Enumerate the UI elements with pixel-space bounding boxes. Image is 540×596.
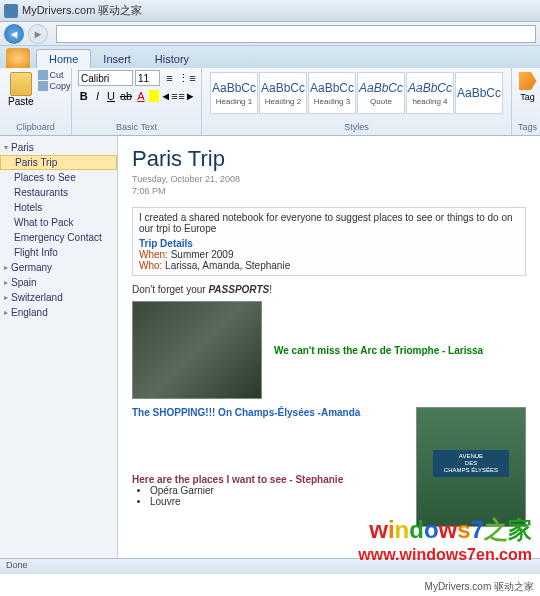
- cut-button[interactable]: Cut: [38, 70, 71, 80]
- style-gallery: AaBbCcHeading 1 AaBbCcHeading 2 AaBbCcHe…: [208, 70, 505, 116]
- strike-button[interactable]: ab: [119, 88, 133, 104]
- numbering-button[interactable]: ⋮≡: [179, 70, 195, 86]
- style-heading2[interactable]: AaBbCcHeading 2: [259, 72, 307, 114]
- tree-flight[interactable]: Flight Info: [0, 245, 117, 260]
- copy-button[interactable]: Copy: [38, 81, 71, 91]
- tab-home[interactable]: Home: [36, 49, 91, 68]
- ribbon-tabs: Home Insert History: [0, 46, 540, 68]
- tree-paris[interactable]: Paris: [0, 140, 117, 155]
- page-content[interactable]: Paris Trip Tuesday, October 21, 2008 7:0…: [118, 136, 540, 570]
- font-family-select[interactable]: Calibri: [78, 70, 133, 86]
- forward-button[interactable]: ►: [28, 24, 48, 44]
- indent-button[interactable]: ≡►: [179, 88, 195, 104]
- intro-text: I created a shared notebook for everyone…: [139, 212, 519, 234]
- underline-button[interactable]: U: [105, 88, 117, 104]
- when-row: When: Summer 2009: [139, 249, 519, 260]
- street-sign: AVENUEDESCHAMPS ÉLYSÉES: [433, 450, 509, 478]
- style-more[interactable]: AaBbCc: [455, 72, 503, 114]
- outdent-button[interactable]: ◄≡: [161, 88, 177, 104]
- tree-emergency[interactable]: Emergency Contact: [0, 230, 117, 245]
- ribbon: Paste Cut Copy Clipboard Calibri 11 ≡ ⋮≡…: [0, 68, 540, 136]
- font-color-button[interactable]: A: [135, 88, 147, 104]
- style-quote[interactable]: AaBbCcQuote: [357, 72, 405, 114]
- tree-hotels[interactable]: Hotels: [0, 200, 117, 215]
- paste-icon: [10, 72, 32, 96]
- back-button[interactable]: ◄: [4, 24, 24, 44]
- paste-button[interactable]: Paste: [6, 70, 36, 109]
- clipboard-group: Paste Cut Copy Clipboard: [0, 68, 72, 135]
- caption-arc: We can't miss the Arc de Triomphe - Lari…: [274, 345, 483, 356]
- font-group: Calibri 11 ≡ ⋮≡ B I U ab A ◄≡ ≡► Basic T…: [72, 68, 202, 135]
- app-icon: [4, 4, 18, 18]
- office-orb[interactable]: [6, 48, 30, 68]
- italic-button[interactable]: I: [92, 88, 104, 104]
- font-label: Basic Text: [78, 122, 195, 133]
- tag-icon[interactable]: [519, 72, 537, 90]
- styles-group: AaBbCcHeading 1 AaBbCcHeading 2 AaBbCcHe…: [202, 68, 512, 135]
- style-heading4[interactable]: AaBbCcheading 4: [406, 72, 454, 114]
- styles-label: Styles: [208, 122, 505, 133]
- clipboard-label: Clipboard: [6, 122, 65, 133]
- tree-places[interactable]: Places to See: [0, 170, 117, 185]
- copy-icon: [38, 81, 48, 91]
- tag-group: Tag Tags: [512, 68, 540, 135]
- bullets-button[interactable]: ≡: [162, 70, 177, 86]
- style-heading1[interactable]: AaBbCcHeading 1: [210, 72, 258, 114]
- highlight-button[interactable]: [149, 90, 159, 102]
- bold-button[interactable]: B: [78, 88, 90, 104]
- tree-england[interactable]: England: [0, 305, 117, 320]
- scissors-icon: [38, 70, 48, 80]
- tree-spain[interactable]: Spain: [0, 275, 117, 290]
- tree-restaurants[interactable]: Restaurants: [0, 185, 117, 200]
- page-meta: Tuesday, October 21, 2008 7:06 PM: [132, 174, 526, 197]
- status-bar: Done: [0, 558, 540, 574]
- footer-credit: MyDrivers.com 驱动之家: [425, 580, 534, 594]
- address-bar[interactable]: [56, 25, 536, 43]
- tree-paris-trip[interactable]: Paris Trip: [0, 155, 117, 170]
- browser-toolbar: ◄ ►: [0, 22, 540, 46]
- title-text: MyDrivers.com 驱动之家: [22, 3, 142, 18]
- tree-germany[interactable]: Germany: [0, 260, 117, 275]
- tab-history[interactable]: History: [143, 50, 201, 68]
- who-row: Who: Larissa, Amanda, Stephanie: [139, 260, 519, 271]
- page-title: Paris Trip: [132, 146, 526, 172]
- notebook-tree: Paris Paris Trip Places to See Restauran…: [0, 136, 118, 570]
- tree-pack[interactable]: What to Pack: [0, 215, 117, 230]
- tab-insert[interactable]: Insert: [91, 50, 143, 68]
- font-size-select[interactable]: 11: [135, 70, 160, 86]
- note-container[interactable]: I created a shared notebook for everyone…: [132, 207, 526, 276]
- window-titlebar: MyDrivers.com 驱动之家: [0, 0, 540, 22]
- style-heading3[interactable]: AaBbCcHeading 3: [308, 72, 356, 114]
- tree-switzerland[interactable]: Switzerland: [0, 290, 117, 305]
- trip-details-heading: Trip Details: [139, 238, 519, 249]
- arc-image: [132, 301, 262, 399]
- champs-image: AVENUEDESCHAMPS ÉLYSÉES: [416, 407, 526, 527]
- passports-text: Don't forget your PASSPORTS!: [132, 284, 526, 295]
